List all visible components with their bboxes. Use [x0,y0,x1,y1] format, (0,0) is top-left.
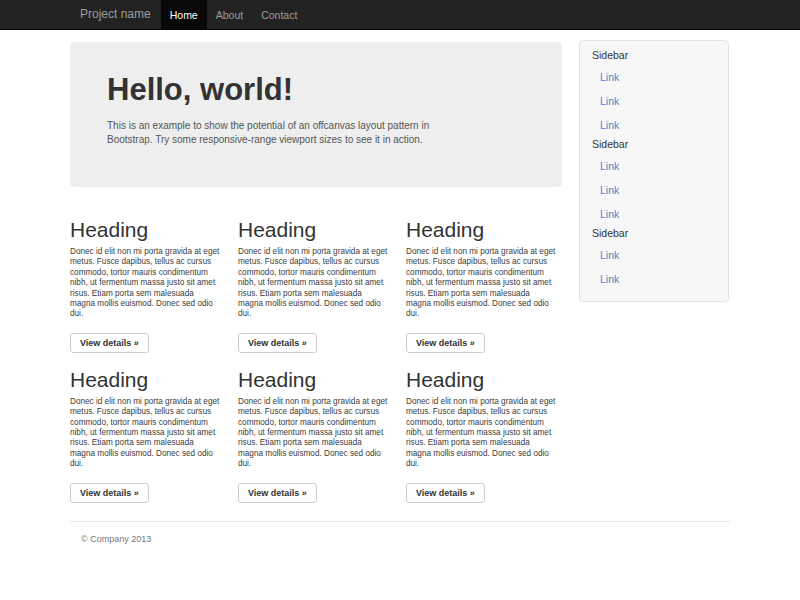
cards-row-2: Heading Donec id elit non mi porta gravi… [70,353,564,503]
footer: © Company 2013 [70,534,730,544]
card-heading: Heading [406,218,564,241]
view-details-button[interactable]: View details » [406,333,485,353]
footer-divider [70,521,730,522]
cards-row-1: Heading Donec id elit non mi porta gravi… [70,187,564,353]
copyright-text: © Company 2013 [70,534,730,544]
sidebar-link-list: Link Link [580,242,728,290]
jumbotron: Hello, world! This is an example to show… [70,42,562,187]
nav-item-home[interactable]: Home [161,0,207,30]
sidebar-link[interactable]: Link [600,160,619,172]
sidebar-link-list: Link Link Link [580,64,728,136]
list-item: Link [580,201,728,225]
sidebar-link[interactable]: Link [600,208,619,220]
view-details-button[interactable]: View details » [70,483,149,503]
sidebar-link[interactable]: Link [600,249,619,261]
brand-link[interactable]: Project name [70,0,161,30]
list-item: Link [580,112,728,136]
nav-item-contact[interactable]: Contact [252,0,306,30]
card-heading: Heading [406,368,564,391]
card-text: Donec id elit non mi porta gravida at eg… [406,247,564,320]
sidebar-link[interactable]: Link [600,95,619,107]
sidebar-group-title: Sidebar [580,49,728,62]
content-row: Hello, world! This is an example to show… [70,42,730,503]
card: Heading Donec id elit non mi porta gravi… [238,353,396,503]
list-item: Link [580,242,728,266]
sidebar-link[interactable]: Link [600,273,619,285]
list-item: Link [580,153,728,177]
sidebar-group-title: Sidebar [580,227,728,240]
card-heading: Heading [238,218,396,241]
view-details-button[interactable]: View details » [238,483,317,503]
card-text: Donec id elit non mi porta gravida at eg… [238,397,396,470]
card: Heading Donec id elit non mi porta gravi… [238,187,396,353]
sidebar: Sidebar Link Link Link Sidebar Link Link… [579,40,729,302]
card: Heading Donec id elit non mi porta gravi… [406,187,564,353]
main-column: Hello, world! This is an example to show… [70,42,564,503]
view-details-button[interactable]: View details » [406,483,485,503]
sidebar-link[interactable]: Link [600,119,619,131]
list-item: Link [580,177,728,201]
list-item: Link [580,88,728,112]
view-details-button[interactable]: View details » [238,333,317,353]
navbar: Project name Home About Contact [0,0,800,30]
card-text: Donec id elit non mi porta gravida at eg… [70,247,228,320]
sidebar-link[interactable]: Link [600,71,619,83]
card-text: Donec id elit non mi porta gravida at eg… [238,247,396,320]
jumbotron-text: This is an example to show the potential… [107,119,532,147]
card: Heading Donec id elit non mi porta gravi… [70,187,228,353]
jumbotron-title: Hello, world! [107,73,532,107]
card-text: Donec id elit non mi porta gravida at eg… [70,397,228,470]
card-text: Donec id elit non mi porta gravida at eg… [406,397,564,470]
view-details-button[interactable]: View details » [70,333,149,353]
nav-menu: Home About Contact [161,0,307,30]
sidebar-group-title: Sidebar [580,138,728,151]
card-heading: Heading [70,218,228,241]
page-container: Hello, world! This is an example to show… [70,42,730,544]
card-heading: Heading [238,368,396,391]
card-heading: Heading [70,368,228,391]
card: Heading Donec id elit non mi porta gravi… [406,353,564,503]
navbar-container: Project name Home About Contact [70,0,730,30]
sidebar-link-list: Link Link Link [580,153,728,225]
nav-item-about[interactable]: About [207,0,252,30]
list-item: Link [580,266,728,290]
sidebar-link[interactable]: Link [600,184,619,196]
card: Heading Donec id elit non mi porta gravi… [70,353,228,503]
list-item: Link [580,64,728,88]
